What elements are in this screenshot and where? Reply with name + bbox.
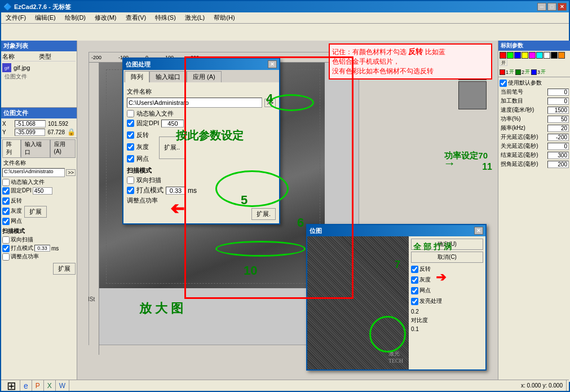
center-dynamic-check[interactable] bbox=[127, 110, 134, 117]
left-tab-array[interactable]: 阵列 bbox=[2, 139, 21, 157]
bitmap-dialog-close[interactable]: ✕ bbox=[474, 227, 483, 235]
left-biscan-label: 双向扫描 bbox=[11, 236, 33, 244]
end-delay-input[interactable] bbox=[547, 152, 569, 159]
menu-special[interactable]: 特殊(S) bbox=[153, 14, 178, 22]
center-dynamic-label: 动态输入文件 bbox=[136, 109, 174, 118]
center-biscan-row: 双向扫描 bbox=[127, 176, 276, 184]
bm-reverse-check[interactable] bbox=[411, 266, 418, 273]
center-gray-check[interactable] bbox=[127, 143, 134, 151]
center-dotmode-check[interactable] bbox=[127, 187, 134, 194]
freq-input[interactable] bbox=[547, 125, 569, 132]
swatch-1[interactable] bbox=[500, 52, 506, 59]
pen-num-input[interactable] bbox=[547, 89, 569, 96]
obj-list-header: 名称 类型 bbox=[2, 52, 76, 61]
center-filename-input[interactable] bbox=[127, 98, 262, 108]
word-icon[interactable]: W bbox=[59, 382, 65, 390]
note-bold: 反转 bbox=[408, 47, 423, 56]
close-button[interactable]: ✕ bbox=[558, 3, 567, 11]
left-tab-input[interactable]: 输入端口 bbox=[21, 139, 50, 157]
tutorial-6: 6 bbox=[297, 215, 304, 230]
left-biscan-check[interactable] bbox=[2, 236, 10, 244]
menu-laser[interactable]: 激光(L) bbox=[183, 14, 207, 22]
center-dpi-label: 固定DPI bbox=[136, 119, 159, 127]
use-default-check[interactable] bbox=[500, 80, 507, 87]
center-scan-section: 扫描模式 双向扫描 打点模式 ms 调整点功率 bbox=[127, 166, 276, 205]
turn-delay-row: 拐角延迟(毫秒) bbox=[500, 160, 570, 169]
obj-icon: gif bbox=[2, 63, 11, 72]
swatch-8[interactable] bbox=[551, 52, 558, 59]
left-adjust-power-check[interactable] bbox=[2, 253, 10, 261]
bm-dot-check[interactable] bbox=[411, 287, 418, 294]
pos-x-value[interactable]: -51.068 bbox=[15, 120, 46, 127]
menu-edit[interactable]: 编辑(E) bbox=[33, 14, 58, 22]
left-dpi-input[interactable] bbox=[33, 187, 52, 195]
swatch-5[interactable] bbox=[529, 52, 536, 59]
center-dialog-controls: ✕ bbox=[268, 60, 277, 68]
center-expand-btn2[interactable]: 扩展. bbox=[251, 208, 276, 220]
center-dot-check[interactable] bbox=[127, 155, 134, 162]
on-delay-label: 开光延迟(毫秒) bbox=[501, 133, 546, 141]
left-reverse-check[interactable] bbox=[2, 197, 10, 205]
center-reverse-check[interactable] bbox=[127, 131, 134, 139]
minimize-button[interactable]: ─ bbox=[537, 3, 546, 11]
center-tab-apply[interactable]: 应用 (A) bbox=[187, 71, 222, 82]
bitmap-cancel-btn[interactable]: 取消(C) bbox=[411, 252, 483, 263]
left-filename-value[interactable]: C:\Users\Administrato bbox=[2, 168, 65, 177]
center-reverse-row: 反转 bbox=[127, 131, 149, 139]
menu-modify[interactable]: 修改(M) bbox=[92, 14, 119, 22]
menu-help[interactable]: 帮助(H) bbox=[211, 14, 237, 22]
list-item[interactable]: gif gif.jpg bbox=[2, 63, 76, 73]
bm-contrast-value: 0.1 bbox=[411, 326, 419, 332]
left-browse-btn[interactable]: >> bbox=[66, 169, 76, 176]
status-coords: x: 0.000 y: 0.000 bbox=[518, 380, 567, 391]
ie-icon[interactable]: e bbox=[24, 381, 28, 390]
swatch-7[interactable] bbox=[544, 52, 550, 59]
excel-icon[interactable]: X bbox=[47, 382, 52, 390]
maximize-button[interactable]: □ bbox=[547, 3, 556, 11]
left-gray-check[interactable] bbox=[2, 208, 10, 215]
swatch-2[interactable] bbox=[507, 52, 514, 59]
on-delay-input[interactable] bbox=[547, 134, 569, 141]
right-status-row: 1开 2开 3开 bbox=[498, 67, 570, 77]
center-biscan-check[interactable] bbox=[127, 177, 134, 184]
center-dotmode-value[interactable] bbox=[166, 187, 185, 195]
power-input[interactable] bbox=[547, 116, 569, 123]
process-count-row: 加工数目 bbox=[500, 96, 570, 105]
swatch-6[interactable] bbox=[536, 52, 543, 59]
left-fixed-dpi-check[interactable] bbox=[2, 187, 10, 195]
center-dpi-input[interactable] bbox=[161, 120, 184, 127]
pos-y-value[interactable]: -35.099 bbox=[15, 129, 46, 136]
tutorial-10: 10 bbox=[244, 263, 257, 278]
ppt-icon[interactable]: P bbox=[36, 382, 40, 390]
menu-draw[interactable]: 绘制(D) bbox=[63, 14, 88, 22]
left-tab-apply[interactable]: 应用(A) bbox=[50, 139, 76, 157]
swatch-4[interactable] bbox=[522, 52, 528, 59]
right-area: -200-1000100200 bbox=[77, 41, 570, 382]
process-count-input[interactable] bbox=[547, 98, 569, 105]
menu-view[interactable]: 查看(V) bbox=[123, 14, 149, 22]
left-expand-btn2[interactable]: 扩展 bbox=[53, 263, 76, 275]
speed-label: 速度(毫米/秒) bbox=[501, 106, 546, 114]
turn-delay-input[interactable] bbox=[547, 161, 569, 168]
bm-gray-label: 灰度 bbox=[419, 276, 431, 284]
center-dpi-check[interactable] bbox=[127, 120, 134, 127]
center-dialog-close[interactable]: ✕ bbox=[268, 60, 277, 68]
left-expand-btn1[interactable]: 扩展 bbox=[24, 206, 47, 218]
left-dotmode-value[interactable] bbox=[34, 245, 50, 252]
swatch-9[interactable] bbox=[558, 52, 565, 59]
off-delay-input[interactable] bbox=[547, 143, 569, 150]
power-note-11: 11 bbox=[482, 162, 492, 172]
left-dotmode-check[interactable] bbox=[2, 245, 10, 252]
speed-input[interactable] bbox=[547, 107, 569, 114]
left-dynamic-input-check[interactable] bbox=[2, 179, 10, 186]
status-word: W bbox=[56, 380, 69, 391]
center-tab-input[interactable]: 输入端口 bbox=[149, 71, 187, 82]
left-dot-check[interactable] bbox=[2, 218, 10, 225]
bm-bloom-check[interactable] bbox=[411, 298, 418, 305]
lock-icon[interactable]: 🔒 bbox=[67, 128, 76, 136]
bm-brightness-row: 0.2 bbox=[411, 309, 483, 315]
swatch-3[interactable] bbox=[514, 52, 521, 59]
bm-gray-check[interactable] bbox=[411, 276, 418, 284]
menu-file[interactable]: 文件(F) bbox=[3, 14, 28, 22]
center-tab-array[interactable]: 阵列 bbox=[125, 71, 149, 82]
